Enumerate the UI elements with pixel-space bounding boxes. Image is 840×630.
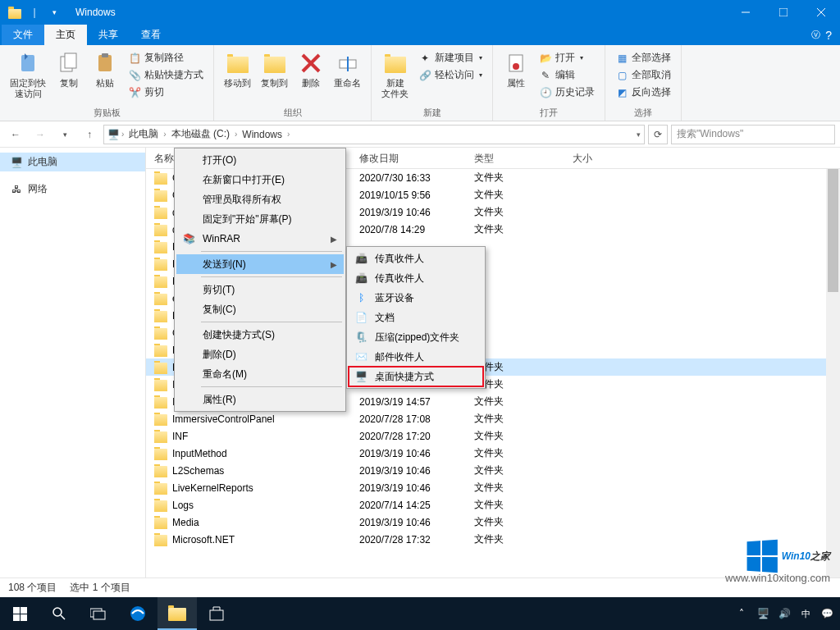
ribbon-collapse-icon[interactable]: ⓥ	[811, 29, 820, 41]
scroll-thumb[interactable]	[828, 169, 838, 292]
tray-network-icon[interactable]: 🖥️	[753, 597, 773, 630]
table-row[interactable]: ImmersiveControlPanel2020/7/28 17:08文件夹	[146, 410, 840, 427]
sendto-zip[interactable]: 🗜️压缩(zipped)文件夹	[349, 327, 483, 347]
chevron-icon[interactable]: ›	[235, 130, 237, 139]
svg-point-19	[53, 608, 62, 616]
cut-button[interactable]: ✂️剪切	[126, 84, 205, 100]
taskview-button[interactable]	[79, 597, 118, 630]
history-button[interactable]: 🕘历史记录	[537, 84, 596, 100]
sendto-bluetooth[interactable]: ᛒ蓝牙设备	[349, 288, 483, 308]
ctx-delete[interactable]: 删除(D)	[176, 345, 344, 364]
svg-rect-18	[21, 614, 27, 621]
col-size[interactable]: 大小	[564, 148, 630, 168]
chevron-icon[interactable]: ›	[287, 130, 290, 139]
maximize-button[interactable]	[765, 0, 802, 25]
chevron-icon[interactable]: ›	[121, 130, 124, 139]
invertselect-button[interactable]: ◩反向选择	[614, 84, 673, 100]
table-row[interactable]: Logs2020/7/14 14:25文件夹	[146, 496, 840, 514]
folder-icon	[154, 466, 167, 477]
explorer-button[interactable]	[158, 597, 197, 630]
chevron-icon[interactable]: ›	[163, 130, 166, 139]
address-bar[interactable]: 🖥️ › 此电脑 › 本地磁盘 (C:) › Windows › ▾	[103, 125, 645, 144]
ctx-sendto[interactable]: 发送到(N)▶	[176, 254, 344, 274]
copypath-button[interactable]: 📋复制路径	[126, 50, 205, 66]
easyaccess-button[interactable]: 🔗轻松访问▾	[417, 67, 484, 83]
ctx-newwindow[interactable]: 在新窗口中打开(E)	[176, 170, 344, 189]
navitem-network[interactable]: 🖧网络	[0, 180, 145, 199]
search-button[interactable]	[39, 597, 79, 630]
crumb-thispc[interactable]: 此电脑	[126, 127, 162, 141]
qat-dropdown-icon[interactable]: ▾	[46, 4, 62, 21]
selectall-button[interactable]: ▦全部选择	[614, 50, 673, 66]
pasteshortcut-button[interactable]: 📎粘贴快捷方式	[126, 67, 205, 83]
submenu-arrow-icon: ▶	[331, 235, 337, 244]
folder-icon	[7, 4, 23, 21]
folder-icon	[154, 173, 167, 185]
selectnone-button[interactable]: ▢全部取消	[614, 67, 673, 83]
store-button[interactable]	[197, 597, 236, 630]
col-type[interactable]: 类型	[466, 148, 564, 168]
tab-share[interactable]: 共享	[87, 25, 130, 45]
tray-ime-icon[interactable]: 中	[796, 597, 815, 630]
paste-button[interactable]: 粘贴	[87, 48, 123, 90]
scrollbar[interactable]	[826, 169, 840, 578]
sendto-fax1[interactable]: 📠传真收件人	[349, 249, 483, 268]
table-row[interactable]: L2Schemas2019/3/19 10:46文件夹	[146, 462, 840, 479]
refresh-button[interactable]: ⟳	[648, 125, 668, 144]
tray-volume-icon[interactable]: 🔊	[774, 597, 794, 630]
recent-dropdown[interactable]: ▾	[54, 124, 75, 145]
ctx-open[interactable]: 打开(O)	[176, 150, 344, 170]
ctx-pinstart[interactable]: 固定到"开始"屏幕(P)	[176, 209, 344, 229]
minimize-button[interactable]	[727, 0, 765, 25]
search-input[interactable]: 搜索"Windows"	[671, 125, 835, 144]
tab-file[interactable]: 文件	[2, 25, 44, 45]
up-button[interactable]: ↑	[79, 124, 100, 145]
crumb-folder[interactable]: Windows	[239, 129, 285, 140]
newfolder-button[interactable]: 新建 文件夹	[377, 48, 413, 101]
status-selected: 选中 1 个项目	[70, 581, 130, 595]
windows-logo-icon	[746, 540, 777, 573]
edit-button[interactable]: ✎编辑	[537, 67, 596, 83]
sendto-submenu: 📠传真收件人 📠传真收件人 ᛒ蓝牙设备 📄文档 🗜️压缩(zipped)文件夹 …	[346, 246, 486, 389]
folder-icon	[154, 535, 167, 546]
properties-button[interactable]: 属性	[498, 48, 534, 90]
address-dropdown-icon[interactable]: ▾	[637, 130, 641, 139]
copy-button[interactable]: 复制	[51, 48, 87, 90]
ctx-rename[interactable]: 重命名(M)	[176, 364, 344, 384]
col-date[interactable]: 修改日期	[351, 148, 466, 168]
open-button[interactable]: 📂打开▾	[537, 50, 596, 66]
help-icon[interactable]: ?	[825, 29, 832, 42]
table-row[interactable]: InputMethod2019/3/19 10:46文件夹	[146, 445, 840, 462]
pin-quickaccess-button[interactable]: 固定到快 速访问	[5, 48, 51, 101]
table-row[interactable]: INF2020/7/28 17:20文件夹	[146, 427, 840, 445]
tab-home[interactable]: 主页	[44, 25, 87, 45]
back-button[interactable]: ←	[5, 124, 26, 145]
submenu-arrow-icon: ▶	[331, 260, 337, 269]
tray-up-icon[interactable]: ˄	[732, 597, 751, 630]
table-row[interactable]: LiveKernelReports2019/3/19 10:46文件夹	[146, 479, 840, 496]
ctx-admin[interactable]: 管理员取得所有权	[176, 189, 344, 209]
sendto-desktop-shortcut[interactable]: 🖥️桌面快捷方式	[349, 367, 483, 386]
ctx-cut[interactable]: 剪切(T)	[176, 280, 344, 299]
navitem-thispc[interactable]: 🖥️此电脑	[0, 153, 145, 171]
tray-notifications-icon[interactable]: 💬	[817, 597, 837, 630]
start-button[interactable]	[0, 597, 39, 630]
ctx-properties[interactable]: 属性(R)	[176, 390, 344, 409]
tab-view[interactable]: 查看	[130, 25, 172, 45]
close-button[interactable]	[802, 0, 840, 25]
moveto-button[interactable]: 移动到	[219, 48, 256, 90]
sendto-fax2[interactable]: 📠传真收件人	[349, 268, 483, 288]
delete-button[interactable]: 删除	[293, 48, 329, 90]
crumb-drive[interactable]: 本地磁盘 (C:)	[168, 127, 233, 141]
table-row[interactable]: Media2019/3/19 10:46文件夹	[146, 514, 840, 531]
ctx-copy[interactable]: 复制(C)	[176, 299, 344, 319]
rename-button[interactable]: 重命名	[329, 48, 366, 90]
sendto-documents[interactable]: 📄文档	[349, 308, 483, 327]
ctx-shortcut[interactable]: 创建快捷方式(S)	[176, 325, 344, 345]
sendto-mail[interactable]: ✉️邮件收件人	[349, 347, 483, 367]
forward-button[interactable]: →	[30, 124, 51, 145]
edge-button[interactable]	[118, 597, 158, 630]
copyto-button[interactable]: 复制到	[256, 48, 293, 90]
newitem-button[interactable]: ✦新建项目▾	[417, 50, 484, 66]
ctx-winrar[interactable]: 📚WinRAR▶	[176, 229, 344, 249]
